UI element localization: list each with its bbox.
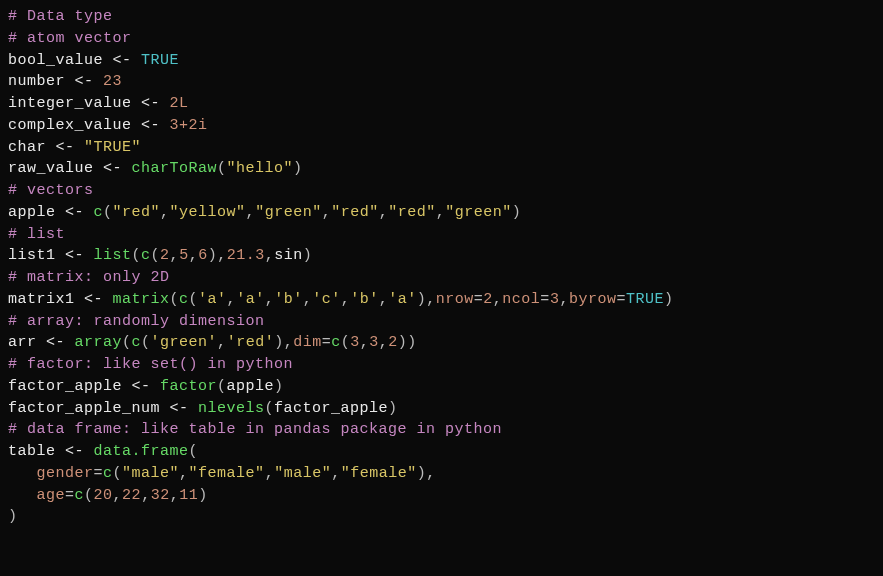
- token-op: <-: [132, 378, 161, 395]
- token-str: 'b': [274, 291, 303, 308]
- token-num: 6: [198, 247, 208, 264]
- code-line[interactable]: gender=c("male","female","male","female"…: [8, 463, 875, 485]
- code-line[interactable]: list1 <- list(c(2,5,6),21.3,sin): [8, 245, 875, 267]
- token-p: ,: [379, 334, 389, 351]
- token-fn: c: [132, 334, 142, 351]
- code-editor[interactable]: # Data type# atom vectorbool_value <- TR…: [8, 6, 875, 528]
- token-p: ,: [265, 465, 275, 482]
- token-num: 3: [369, 334, 379, 351]
- code-line[interactable]: integer_value <- 2L: [8, 93, 875, 115]
- token-op: <-: [65, 443, 94, 460]
- token-fn: c: [179, 291, 189, 308]
- code-line[interactable]: table <- data.frame(: [8, 441, 875, 463]
- token-fn: matrix: [113, 291, 170, 308]
- token-id: list1: [8, 247, 65, 264]
- token-p: ): [388, 400, 398, 417]
- token-num: 22: [122, 487, 141, 504]
- token-arg: nrow: [436, 291, 474, 308]
- token-num: 21.3: [227, 247, 265, 264]
- token-p: ,: [217, 334, 227, 351]
- token-str: 'green': [151, 334, 218, 351]
- token-fn: c: [331, 334, 341, 351]
- token-cmt: # factor: like set() in python: [8, 356, 293, 373]
- token-op: <-: [56, 139, 85, 156]
- token-id: bool_value: [8, 52, 113, 69]
- token-cmt: # atom vector: [8, 30, 132, 47]
- token-num: 2: [160, 247, 170, 264]
- token-p: (: [265, 400, 275, 417]
- token-op: <-: [103, 160, 132, 177]
- code-line[interactable]: # array: randomly dimension: [8, 311, 875, 333]
- token-str: "yellow": [170, 204, 246, 221]
- code-line[interactable]: age=c(20,22,32,11): [8, 485, 875, 507]
- token-arg: gender: [37, 465, 94, 482]
- token-str: "red": [388, 204, 436, 221]
- code-line[interactable]: # factor: like set() in python: [8, 354, 875, 376]
- token-p: (: [189, 291, 199, 308]
- token-p: )): [398, 334, 417, 351]
- token-p: ),: [417, 465, 436, 482]
- code-line[interactable]: raw_value <- charToRaw("hello"): [8, 158, 875, 180]
- token-p: ,: [189, 247, 199, 264]
- token-p: =: [322, 334, 332, 351]
- token-id: integer_value: [8, 95, 141, 112]
- token-p: ),: [274, 334, 293, 351]
- token-p: ): [303, 247, 313, 264]
- token-str: "female": [189, 465, 265, 482]
- token-num: 3: [350, 334, 360, 351]
- token-p: (: [103, 204, 113, 221]
- code-line[interactable]: char <- "TRUE": [8, 137, 875, 159]
- token-p: ),: [208, 247, 227, 264]
- code-line[interactable]: # vectors: [8, 180, 875, 202]
- token-id: apple: [8, 204, 65, 221]
- token-id: [8, 487, 37, 504]
- token-fn: list: [94, 247, 132, 264]
- token-p: =: [94, 465, 104, 482]
- code-line[interactable]: # data frame: like table in pandas packa…: [8, 419, 875, 441]
- token-str: 'red': [227, 334, 275, 351]
- token-num: 20: [94, 487, 113, 504]
- token-p: =: [474, 291, 484, 308]
- token-p: (: [141, 334, 151, 351]
- token-p: ): [198, 487, 208, 504]
- token-op: <-: [65, 204, 94, 221]
- token-p: =: [616, 291, 626, 308]
- code-line[interactable]: factor_apple_num <- nlevels(factor_apple…: [8, 398, 875, 420]
- token-arg: byrow: [569, 291, 617, 308]
- token-p: ,: [170, 247, 180, 264]
- code-line[interactable]: apple <- c("red","yellow","green","red",…: [8, 202, 875, 224]
- code-line[interactable]: # Data type: [8, 6, 875, 28]
- code-line[interactable]: bool_value <- TRUE: [8, 50, 875, 72]
- token-id: number: [8, 73, 75, 90]
- token-str: "female": [341, 465, 417, 482]
- token-id: factor_apple: [8, 378, 132, 395]
- code-line[interactable]: arr <- array(c('green','red'),dim=c(3,3,…: [8, 332, 875, 354]
- code-line[interactable]: # atom vector: [8, 28, 875, 50]
- token-id: char: [8, 139, 56, 156]
- code-line[interactable]: factor_apple <- factor(apple): [8, 376, 875, 398]
- token-p: (: [84, 487, 94, 504]
- token-p: (: [122, 334, 132, 351]
- token-str: 'a': [236, 291, 265, 308]
- token-op: <-: [75, 73, 104, 90]
- code-line[interactable]: # list: [8, 224, 875, 246]
- token-id: sin: [274, 247, 303, 264]
- token-arg: age: [37, 487, 66, 504]
- code-line[interactable]: ): [8, 506, 875, 528]
- token-p: ,: [559, 291, 569, 308]
- token-p: ,: [379, 204, 389, 221]
- token-id: [8, 465, 37, 482]
- token-cmt: # Data type: [8, 8, 113, 25]
- token-kw: TRUE: [141, 52, 179, 69]
- token-p: ,: [246, 204, 256, 221]
- token-id: apple: [227, 378, 275, 395]
- code-line[interactable]: matrix1 <- matrix(c('a','a','b','c','b',…: [8, 289, 875, 311]
- token-p: ): [512, 204, 522, 221]
- token-cmt: # vectors: [8, 182, 94, 199]
- token-str: "red": [331, 204, 379, 221]
- code-line[interactable]: number <- 23: [8, 71, 875, 93]
- code-line[interactable]: complex_value <- 3+2i: [8, 115, 875, 137]
- token-fn: factor: [160, 378, 217, 395]
- code-line[interactable]: # matrix: only 2D: [8, 267, 875, 289]
- token-str: 'a': [388, 291, 417, 308]
